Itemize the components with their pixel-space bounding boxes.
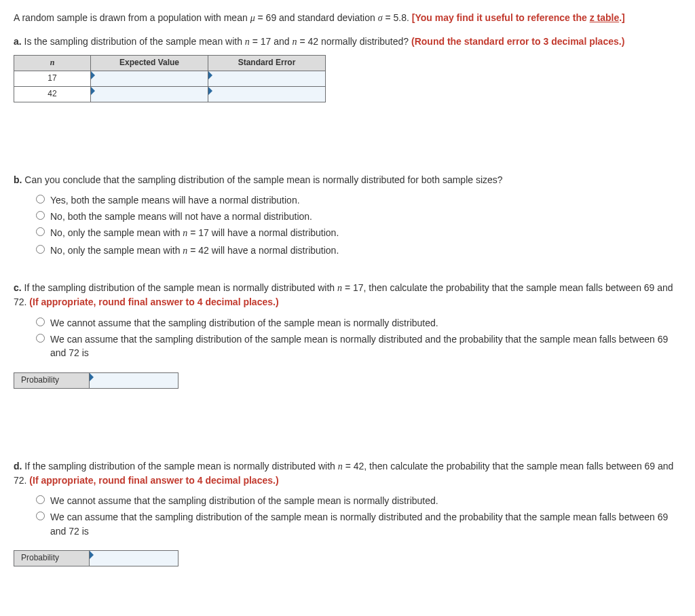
round-hint-c: (If appropriate, round final answer to 4… [29,296,278,307]
question-a: a. Is the sampling distribution of the s… [14,35,681,102]
ev-input-42[interactable] [91,86,208,102]
radio-option-c1[interactable]: We cannot assume that the sampling distr… [33,316,681,330]
radio-option-b2[interactable]: No, both the sample means will not have … [33,210,681,223]
table-row: 42 [14,86,326,102]
z-table-link[interactable]: z table [590,12,620,23]
se-input-42[interactable] [208,86,326,102]
mu-symbol: μ [250,13,255,23]
probability-table-d: Probability [14,550,179,566]
col-n-header: n [14,55,91,71]
mu-value: = 69 and standard deviation [255,12,378,23]
ev-input-17[interactable] [91,71,208,86]
prob-input-d[interactable] [90,551,179,566]
intro-text: A random sample is drawn from a populati… [14,12,250,23]
probability-table-c: Probability [14,372,179,389]
question-c: c. If the sampling distribution of the s… [14,281,681,388]
n-symbol: n [293,37,297,47]
q-b-label: b. [14,174,22,185]
radio-input[interactable] [36,227,45,236]
sigma-symbol: σ [378,13,383,23]
q-c-label: c. [14,282,22,293]
table-row: 17 [14,71,326,86]
radio-input[interactable] [36,317,45,326]
radio-input[interactable] [36,211,45,220]
radio-input[interactable] [36,495,45,504]
q-a-label: a. [14,36,22,47]
question-d: d. If the sampling distribution of the s… [14,459,681,566]
radio-option-d1[interactable]: We cannot assume that the sampling distr… [33,494,681,507]
n-symbol: n [245,37,250,47]
se-input-17[interactable] [208,71,326,86]
radio-option-b4[interactable]: No, only the sample mean with n = 42 wil… [33,244,681,258]
sampling-table: n Expected Value Standard Error 17 42 [14,55,326,102]
sigma-value: = 5.8. [383,12,412,23]
radio-input[interactable] [36,245,45,254]
n-cell: 17 [14,71,91,86]
radio-input[interactable] [36,512,45,520]
radio-option-b1[interactable]: Yes, both the sample means will have a n… [33,193,681,207]
radio-option-c2[interactable]: We can assume that the sampling distribu… [33,332,681,360]
radio-option-d2[interactable]: We can assume that the sampling distribu… [33,510,681,538]
problem-intro: A random sample is drawn from a populati… [14,11,681,25]
prob-label-d: Probability [14,551,90,566]
col-ev-header: Expected Value [91,55,208,71]
round-hint-d: (If appropriate, round final answer to 4… [29,475,278,486]
q-d-label: d. [14,461,22,471]
radio-input[interactable] [36,195,45,204]
radio-input[interactable] [36,334,45,343]
radio-option-b3[interactable]: No, only the sample mean with n = 17 wil… [33,226,681,240]
round-hint: (Round the standard error to 3 decimal p… [411,36,624,47]
prob-input-c[interactable] [90,372,179,388]
prob-label-c: Probability [14,372,90,388]
question-b: b. Can you conclude that the sampling di… [14,173,681,258]
col-se-header: Standard Error [208,55,326,71]
reference-hint: [You may find it useful to reference the… [412,12,625,23]
n-cell: 42 [14,86,91,102]
